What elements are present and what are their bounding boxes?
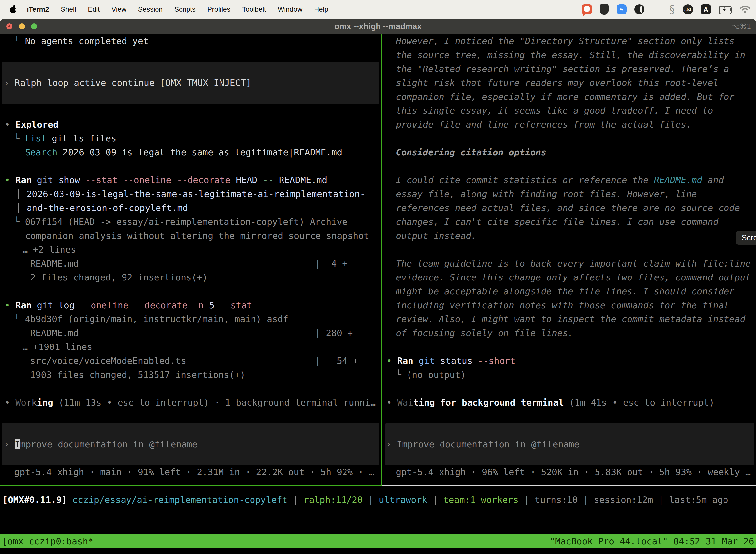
ran-git-log: • Ran git log --oneline --decorate -n 5 …	[5, 298, 252, 312]
terminal-line: │ and-the-erosion-of-copyleft.md	[16, 201, 188, 215]
terminal-line: src/voice/voiceModeEnabled.ts | 54 +	[30, 354, 358, 368]
crescent-icon[interactable]	[634, 4, 644, 14]
shield-grid-icon[interactable]	[600, 4, 609, 15]
menu-item-view[interactable]: View	[111, 5, 126, 13]
terminal-line: 1903 files changed, 513517 insertions(+)	[30, 368, 245, 382]
working-status: • Working (11m 13s • esc to interrupt) ·…	[5, 396, 376, 409]
screen-overlay-chip[interactable]: Scre	[736, 231, 756, 245]
terminal-line: of focusing solely on file lines.	[396, 326, 573, 340]
menu-bar-status-icons: § ..61 A	[582, 0, 750, 19]
terminal-line: including verification notes with those …	[396, 298, 729, 312]
chat-app-icon[interactable]	[582, 4, 592, 14]
inactive-pane-border	[382, 486, 756, 487]
squiggle-icon[interactable]: §	[670, 4, 675, 14]
terminal-line: └ List git ls-files	[14, 131, 116, 146]
window-shortcut-badge: ⌥⌘1	[732, 19, 751, 34]
terminal-line: └ 067f154 (HEAD -> essay/ai-reimplementa…	[14, 215, 348, 229]
menu-item-shell[interactable]: Shell	[61, 5, 76, 13]
dots-grid-icon[interactable]	[652, 5, 662, 14]
menu-item-profiles[interactable]: Profiles	[207, 5, 231, 13]
menu-item-scripts[interactable]: Scripts	[174, 5, 196, 13]
reasoning-heading: Considering citation options	[396, 146, 547, 159]
counter-badge-icon[interactable]: ..61	[683, 4, 693, 14]
prompt-placeholder: › Improve documentation in @filename	[4, 437, 197, 451]
terminal-line: 2 files changed, 92 insertions(+)	[30, 271, 208, 284]
window-title-bar[interactable]: omx --xhigh --madmax ⌥⌘1	[0, 19, 756, 34]
prompt-placeholder: › Improve documentation in @filename	[386, 437, 579, 451]
terminal-line: The team guideline is to back every impo…	[396, 257, 751, 271]
window-title: omx --xhigh --madmax	[334, 21, 422, 31]
terminal-line: review. Also, I might want to inspect th…	[396, 312, 745, 326]
explored-header: • Explored	[5, 118, 59, 131]
terminal-line: references need actual files, and since …	[396, 201, 740, 215]
zoom-window-button[interactable]	[31, 23, 37, 29]
menu-items: iTerm2ShellEditViewSessionScriptsProfile…	[27, 5, 328, 13]
session-stats: gpt-5.4 xhigh · 96% left · 520K in · 5.8…	[396, 465, 751, 479]
active-pane-border	[0, 486, 382, 487]
minimize-window-button[interactable]	[19, 23, 25, 29]
menu-item-session[interactable]: Session	[138, 5, 163, 13]
battery-icon[interactable]	[719, 6, 732, 13]
terminal-line: companion file, especially if more comme…	[396, 90, 735, 104]
terminal-line: evidence. Since this change only affects…	[396, 271, 751, 284]
macos-menu-bar: iTerm2ShellEditViewSessionScriptsProfile…	[0, 0, 756, 19]
ran-git-status: • Ran git status --short	[386, 354, 515, 368]
menu-item-iterm2[interactable]: iTerm2	[27, 5, 49, 13]
pane-divider[interactable]	[381, 34, 382, 486]
terminal-line: might be acceptable alongside the file l…	[396, 284, 735, 298]
terminal-line: output instead.	[396, 229, 477, 243]
terminal-line: └ 4b9d30f (origin/main, instructkr/main,…	[14, 312, 288, 326]
terminal-line: └ (no output)	[396, 368, 466, 382]
menu-item-edit[interactable]: Edit	[88, 5, 100, 13]
waiting-status: • Waiting for background terminal (1m 41…	[386, 396, 714, 409]
tmux-status-bar: [omx-cczip0:bash* "MacBook-Pro-44.local"…	[0, 535, 756, 548]
close-window-button[interactable]	[6, 23, 12, 29]
terminal-line: essay file, along with finding root file…	[396, 187, 697, 201]
terminal-line: │ 2026-03-09-is-legal-the-same-as-legiti…	[16, 187, 365, 201]
window-controls	[6, 19, 37, 34]
terminal-line: … +2 lines	[22, 243, 76, 257]
terminal-line: changes, I can't cite specific file line…	[396, 215, 718, 229]
menu-item-help[interactable]: Help	[314, 5, 328, 13]
terminal-line: this single essay, it seems like a good …	[396, 104, 713, 118]
terminal-line: slight risk that future readers may over…	[396, 76, 718, 90]
terminal-line: … +1901 lines	[22, 340, 92, 354]
menu-item-toolbelt[interactable]: Toolbelt	[242, 5, 266, 13]
wifi-icon[interactable]	[740, 6, 750, 13]
terminal-line: README.md | 280 +	[30, 326, 353, 340]
tmux-session-label: [omx-cczip0:bash*	[2, 535, 93, 548]
terminal-line: I could cite commit statistics or refere…	[396, 173, 724, 187]
reasoning-text: However, I noticed the "Directory Struct…	[396, 34, 735, 48]
menu-item-window[interactable]: Window	[278, 5, 303, 13]
terminal-line: the source tree, missing the essay. Stil…	[396, 48, 745, 62]
agents-status-line: └ No agents completed yet	[14, 34, 148, 48]
terminal-line: README.md | 4 +	[30, 257, 348, 271]
terminal-content: └ No agents completed yet› Ralph loop ac…	[0, 34, 756, 554]
terminal-line: the "Related research writing" section i…	[396, 62, 729, 76]
terminal-line: companion analysis without altering the …	[25, 229, 369, 243]
ralph-loop-prompt: › Ralph loop active continue [OMX_TMUX_I…	[4, 76, 251, 90]
overlay-label: Scre	[742, 233, 756, 242]
omx-status-bar: [OMX#0.11.9] cczip/essay/ai-reimplementa…	[2, 493, 728, 507]
bolt-badge-icon[interactable]	[617, 4, 627, 14]
terminal-line: provide file and line references from th…	[396, 118, 692, 131]
a-app-icon[interactable]: A	[701, 4, 711, 14]
tmux-host-clock: "MacBook-Pro-44.local" 04:52 31-Mar-26	[550, 535, 754, 548]
apple-menu-icon[interactable]	[10, 6, 16, 13]
session-stats: gpt-5.4 xhigh · main · 91% left · 2.31M …	[14, 465, 374, 479]
ran-git-show: • Ran git show --stat --oneline --decora…	[5, 173, 327, 187]
terminal-line: Search 2026-03-09-is-legal-the-same-as-l…	[25, 146, 342, 159]
